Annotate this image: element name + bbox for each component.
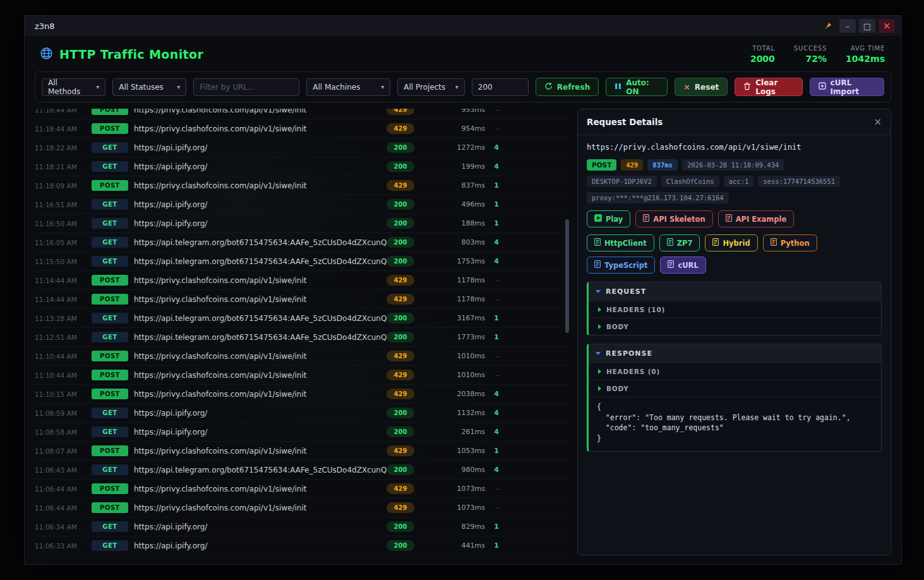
request-headers-row[interactable]: HEADERS (10) bbox=[589, 301, 881, 318]
url-filter-input[interactable] bbox=[193, 78, 299, 96]
row-duration: 1753ms bbox=[445, 257, 485, 265]
codegen-hybrid-button[interactable]: Hybrid bbox=[705, 234, 757, 251]
table-row[interactable]: 11:14:44 AMPOSThttps://privy.clashofcoin… bbox=[35, 271, 570, 290]
reset-button[interactable]: × Reset bbox=[675, 78, 728, 96]
request-section-header[interactable]: REQUEST bbox=[589, 282, 881, 301]
project-filter-select[interactable]: All Projects ▾ bbox=[397, 78, 465, 96]
table-row[interactable]: 11:14:44 AMPOSThttps://privy.clashofcoin… bbox=[35, 290, 570, 309]
limit-input[interactable] bbox=[472, 78, 529, 96]
api-skeleton-button[interactable]: API Skeleton bbox=[635, 210, 712, 227]
table-row[interactable]: 11:12:51 AMGEThttps://api.telegram.org/b… bbox=[35, 328, 570, 347]
minimize-button[interactable]: – bbox=[839, 19, 856, 33]
table-row[interactable]: 11:08:58 AMGEThttps://api.ipify.org/2002… bbox=[35, 423, 570, 442]
row-url: https://privy.clashofcoins.com/api/v1/si… bbox=[134, 390, 387, 399]
row-duration: 1132ms bbox=[445, 409, 485, 417]
chevron-right-icon bbox=[598, 307, 601, 312]
toolbar: All Methods ▾ All Statuses ▾ All Machine… bbox=[35, 71, 891, 102]
globe-icon bbox=[40, 47, 53, 63]
row-count: - bbox=[485, 276, 499, 284]
stat-avg-time: AVG TIME 1042ms bbox=[846, 45, 885, 64]
response-body-row[interactable]: BODY bbox=[589, 380, 881, 397]
row-url: https://api.ipify.org/ bbox=[134, 428, 387, 437]
row-duration: 1073ms bbox=[445, 485, 485, 493]
row-url: https://api.telegram.org/bot6715475634:A… bbox=[134, 238, 387, 247]
table-row[interactable]: 11:06:44 AMPOSThttps://privy.clashofcoin… bbox=[35, 480, 570, 498]
table-row[interactable]: 11:18:44 AMPOSThttps://privy.clashofcoin… bbox=[35, 109, 570, 119]
table-row[interactable]: 11:06:44 AMPOSThttps://privy.clashofcoin… bbox=[35, 498, 570, 517]
play-button[interactable]: Play bbox=[587, 210, 630, 227]
table-row[interactable]: 11:18:21 AMGEThttps://api.ipify.org/2001… bbox=[35, 157, 570, 176]
response-section-title: RESPONSE bbox=[606, 349, 652, 358]
table-row[interactable]: 11:10:44 AMPOSThttps://privy.clashofcoin… bbox=[35, 366, 570, 385]
codegen-httpclient-button[interactable]: HttpClient bbox=[587, 234, 654, 251]
codegen-python-button[interactable]: Python bbox=[763, 234, 817, 251]
codegen-zp7-button[interactable]: ZP7 bbox=[659, 234, 700, 251]
curl-import-button[interactable]: cURL Import bbox=[810, 78, 884, 96]
row-time: 11:10:44 AM bbox=[35, 353, 90, 360]
chevron-down-icon bbox=[596, 352, 601, 355]
status-filter-select[interactable]: All Statuses ▾ bbox=[112, 78, 186, 96]
row-time: 11:18:44 AM bbox=[35, 109, 90, 114]
row-count: - bbox=[485, 371, 499, 379]
table-row[interactable]: 11:08:07 AMPOSThttps://privy.clashofcoin… bbox=[35, 442, 570, 461]
row-url: https://privy.clashofcoins.com/api/v1/si… bbox=[134, 352, 387, 361]
method-badge: GET bbox=[92, 408, 128, 418]
table-row[interactable]: 11:13:28 AMGEThttps://api.telegram.org/b… bbox=[35, 309, 570, 328]
status-badge: 200 bbox=[387, 313, 414, 323]
close-icon[interactable]: × bbox=[873, 116, 882, 128]
method-filter-select[interactable]: All Methods ▾ bbox=[42, 78, 105, 96]
table-row[interactable]: 11:10:44 AMPOSThttps://privy.clashofcoin… bbox=[35, 347, 570, 366]
row-url: https://api.telegram.org/bot6715475634:A… bbox=[134, 257, 387, 266]
table-row[interactable]: 11:18:09 AMPOSThttps://privy.clashofcoin… bbox=[35, 176, 570, 195]
row-duration: 1073ms bbox=[445, 504, 485, 512]
api-example-button[interactable]: API Example bbox=[718, 210, 795, 227]
refresh-button[interactable]: Refresh bbox=[536, 78, 599, 96]
method-badge: POST bbox=[92, 483, 128, 494]
machine-filter-select[interactable]: All Machines ▾ bbox=[306, 78, 390, 96]
response-headers-row[interactable]: HEADERS (0) bbox=[589, 363, 881, 380]
table-row[interactable]: 11:18:22 AMGEThttps://api.ipify.org/2001… bbox=[35, 138, 570, 157]
response-body-label: BODY bbox=[606, 385, 629, 392]
table-row[interactable]: 11:16:05 AMGEThttps://api.telegram.org/b… bbox=[35, 233, 570, 252]
row-time: 11:06:44 AM bbox=[35, 485, 90, 493]
row-count: 4 bbox=[485, 162, 499, 171]
table-row[interactable]: 11:10:15 AMPOSThttps://privy.clashofcoin… bbox=[35, 385, 570, 404]
page-title: HTTP Traffic Monitor bbox=[59, 47, 203, 61]
row-url: https://api.telegram.org/bot6715475634:A… bbox=[134, 466, 387, 474]
row-url: https://privy.clashofcoins.com/api/v1/si… bbox=[134, 447, 387, 456]
chevron-down-icon: ▾ bbox=[96, 83, 99, 90]
app-header: HTTP Traffic Monitor TOTAL 2000 SUCCESS … bbox=[25, 36, 901, 70]
method-badge: GET bbox=[92, 313, 128, 323]
response-section-header[interactable]: RESPONSE bbox=[589, 344, 881, 363]
method-badge: POST bbox=[587, 159, 616, 171]
table-row[interactable]: 11:06:33 AMGEThttps://api.ipify.org/2004… bbox=[35, 536, 570, 555]
table-row[interactable]: 11:18:44 AMPOSThttps://privy.clashofcoin… bbox=[35, 119, 570, 138]
request-body-row[interactable]: BODY bbox=[589, 318, 881, 335]
table-row[interactable]: 11:06:34 AMGEThttps://api.ipify.org/2008… bbox=[35, 517, 570, 536]
status-badge: 429 bbox=[387, 351, 414, 361]
method-badge: POST bbox=[92, 389, 128, 399]
row-url: https://privy.clashofcoins.com/api/v1/si… bbox=[134, 276, 387, 285]
status-badge: 200 bbox=[387, 521, 414, 532]
codegen-label: HttpClient bbox=[604, 239, 647, 248]
close-button[interactable]: × bbox=[879, 19, 895, 33]
method-badge: GET bbox=[92, 161, 128, 172]
codegen-typescript-button[interactable]: TypeScript bbox=[587, 257, 655, 274]
row-time: 11:18:44 AM bbox=[35, 125, 90, 133]
row-url: https://privy.clashofcoins.com/api/v1/si… bbox=[134, 109, 387, 114]
table-row[interactable]: 11:06:43 AMGEThttps://api.telegram.org/b… bbox=[35, 461, 570, 480]
pin-icon[interactable] bbox=[820, 19, 836, 33]
clear-logs-button[interactable]: Clear Logs bbox=[735, 78, 802, 96]
status-badge: 200 bbox=[387, 199, 414, 210]
request-url: https://privy.clashofcoins.com/api/v1/si… bbox=[587, 143, 882, 152]
scrollbar-thumb[interactable] bbox=[565, 219, 569, 333]
auto-label: Auto: ON bbox=[626, 78, 659, 96]
table-row[interactable]: 11:08:59 AMGEThttps://api.ipify.org/2001… bbox=[35, 404, 570, 423]
table-row[interactable]: 11:16:51 AMGEThttps://api.ipify.org/2004… bbox=[35, 195, 570, 214]
auto-toggle-button[interactable]: Auto: ON bbox=[606, 78, 668, 96]
codegen-curl-button[interactable]: cURL bbox=[660, 257, 705, 274]
table-row[interactable]: 11:15:50 AMGEThttps://api.telegram.org/b… bbox=[35, 252, 570, 271]
table-row[interactable]: 11:16:50 AMGEThttps://api.ipify.org/2001… bbox=[35, 214, 570, 233]
row-time: 11:06:44 AM bbox=[35, 504, 90, 512]
maximize-button[interactable]: □ bbox=[859, 19, 875, 33]
